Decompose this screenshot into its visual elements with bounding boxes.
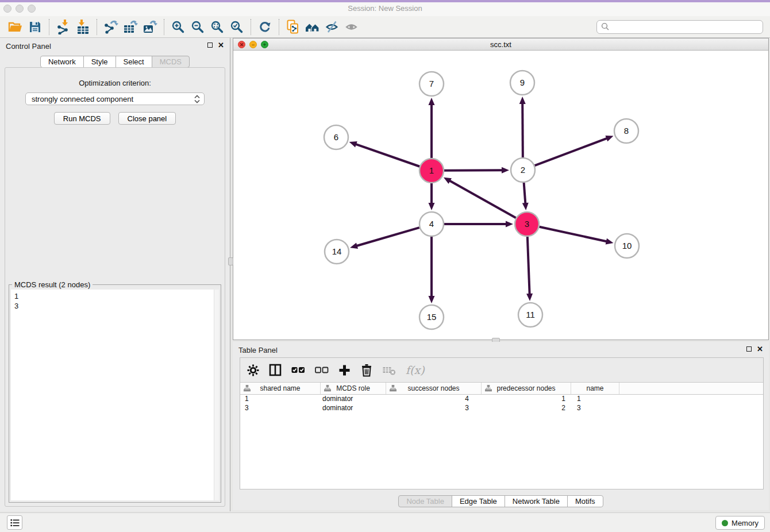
graph-node-2[interactable]: 2 — [511, 158, 535, 182]
save-session-icon[interactable] — [25, 18, 45, 36]
tab-motifs[interactable]: Motifs — [567, 495, 603, 507]
column-header-name[interactable]: name — [571, 383, 619, 394]
float-panel-icon[interactable] — [207, 43, 213, 48]
apply-layout-icon[interactable] — [255, 18, 275, 36]
column-label: MCDS role — [336, 384, 370, 392]
search-icon — [601, 22, 610, 31]
eye-icon[interactable] — [342, 18, 361, 36]
tab-network-table[interactable]: Network Table — [505, 495, 568, 507]
graph-node-1[interactable]: 1 — [419, 159, 444, 183]
graph-node-14[interactable]: 14 — [325, 240, 349, 264]
optimization-criterion-select[interactable]: strongly connected component — [25, 92, 205, 105]
cell-predecessor-nodes[interactable]: 2 — [482, 404, 571, 413]
zoom-out-icon[interactable] — [188, 18, 207, 36]
cell-mcds-role[interactable]: dominator — [321, 395, 386, 404]
search-box[interactable] — [596, 20, 763, 34]
graph-node-9[interactable]: 9 — [510, 71, 534, 95]
show-columns-icon[interactable] — [269, 364, 282, 376]
home-view-icon[interactable] — [303, 18, 322, 36]
settings-gear-icon[interactable] — [247, 364, 259, 376]
graph-edge[interactable] — [535, 138, 608, 165]
cell-successor-nodes[interactable]: 3 — [386, 404, 482, 413]
zoom-fit-icon[interactable] — [207, 18, 227, 36]
eye-slash-icon[interactable] — [322, 18, 342, 36]
graph-edge[interactable] — [528, 237, 530, 295]
task-history-button[interactable] — [7, 515, 22, 530]
graph-edge[interactable] — [522, 103, 523, 157]
cell-shared-name[interactable]: 3 — [240, 404, 321, 413]
function-builder-icon[interactable]: f(x) — [406, 364, 425, 376]
column-header-shared-name[interactable]: shared name — [240, 383, 321, 394]
close-table-panel-icon[interactable]: ✕ — [757, 346, 763, 352]
graph-edge[interactable] — [444, 170, 503, 171]
graph-node-10[interactable]: 10 — [615, 234, 639, 258]
zoom-in-icon[interactable] — [168, 18, 188, 36]
graph-node-label: 9 — [520, 78, 525, 87]
network-window-title: scc.txt — [233, 40, 768, 49]
delete-row-icon[interactable] — [360, 364, 373, 377]
tab-node-table[interactable]: Node Table — [398, 495, 452, 507]
graph-edge-arrow — [349, 141, 357, 147]
graph-edge[interactable] — [524, 183, 526, 204]
graph-edge-arrow — [519, 97, 526, 104]
graph-edge[interactable] — [356, 228, 419, 246]
tab-edge-table[interactable]: Edge Table — [452, 495, 505, 507]
graph-edge[interactable] — [539, 227, 607, 242]
column-header-mcds-role[interactable]: MCDS role — [321, 383, 386, 394]
graph-edge-arrow — [522, 203, 529, 210]
cell-mcds-role[interactable]: dominator — [321, 404, 386, 413]
import-table-icon[interactable] — [73, 18, 93, 36]
vertical-splitter-grip[interactable] — [228, 257, 233, 265]
open-file-icon[interactable] — [6, 18, 25, 36]
tab-style[interactable]: Style — [83, 56, 116, 68]
import-network-icon[interactable] — [53, 18, 73, 36]
delete-table-icon[interactable] — [383, 365, 396, 376]
graph-node-8[interactable]: 8 — [614, 119, 638, 143]
network-canvas[interactable]: 1234678910111415 — [233, 51, 768, 340]
graph-edge[interactable] — [355, 144, 419, 167]
graph-node-label: 4 — [429, 219, 434, 229]
export-table-icon[interactable] — [121, 18, 140, 36]
cell-name[interactable]: 1 — [571, 395, 619, 404]
column-header-successor-nodes[interactable]: successor nodes — [386, 383, 482, 394]
graph-node-3[interactable]: 3 — [515, 212, 539, 236]
graph-node-6[interactable]: 6 — [324, 125, 348, 149]
graph-node-4[interactable]: 4 — [419, 212, 444, 236]
column-type-icon — [324, 385, 331, 392]
table-row[interactable]: 1 dominator 4 1 1 — [240, 395, 763, 404]
window-accent-strip — [0, 0, 770, 2]
graph-edge-arrow — [429, 296, 435, 303]
run-mcds-button[interactable]: Run MCDS — [54, 112, 110, 125]
network-window-titlebar[interactable]: ✕ − + scc.txt — [233, 38, 768, 51]
graph-node-7[interactable]: 7 — [419, 72, 444, 96]
graph-edge-arrow — [429, 98, 435, 105]
export-network-icon[interactable] — [101, 18, 121, 36]
column-header-predecessor-nodes[interactable]: predecessor nodes — [482, 383, 571, 394]
tab-select[interactable]: Select — [116, 56, 152, 68]
result-scrollbar[interactable] — [214, 290, 219, 500]
cell-name[interactable]: 3 — [571, 404, 619, 413]
close-panel-icon[interactable]: ✕ — [218, 42, 224, 48]
tab-network[interactable]: Network — [40, 56, 84, 68]
float-table-panel-icon[interactable] — [746, 346, 752, 352]
deselect-all-icon[interactable] — [315, 365, 329, 375]
table-row[interactable]: 3 dominator 3 2 3 — [240, 404, 763, 413]
add-row-icon[interactable] — [338, 364, 351, 376]
close-panel-button[interactable]: Close panel — [118, 112, 176, 125]
graph-edge[interactable] — [449, 180, 516, 218]
graph-node-15[interactable]: 15 — [419, 305, 444, 329]
select-all-icon[interactable] — [291, 365, 305, 375]
export-image-icon[interactable] — [140, 18, 160, 36]
tab-mcds[interactable]: MCDS — [152, 56, 190, 68]
zoom-selected-icon[interactable] — [227, 18, 247, 36]
cell-predecessor-nodes[interactable]: 1 — [482, 395, 571, 404]
duplicate-network-icon[interactable] — [283, 18, 303, 36]
cell-shared-name[interactable]: 1 — [240, 395, 321, 404]
memory-button[interactable]: Memory — [715, 516, 765, 530]
cell-successor-nodes[interactable]: 4 — [386, 395, 482, 404]
mcds-result-list[interactable]: 1 3 — [11, 290, 219, 500]
search-input[interactable] — [610, 22, 763, 31]
graph-node-11[interactable]: 11 — [518, 303, 542, 327]
table-header-row: shared name MCDS role successor nodes pr… — [240, 383, 763, 395]
graph-node-label: 15 — [427, 312, 437, 322]
